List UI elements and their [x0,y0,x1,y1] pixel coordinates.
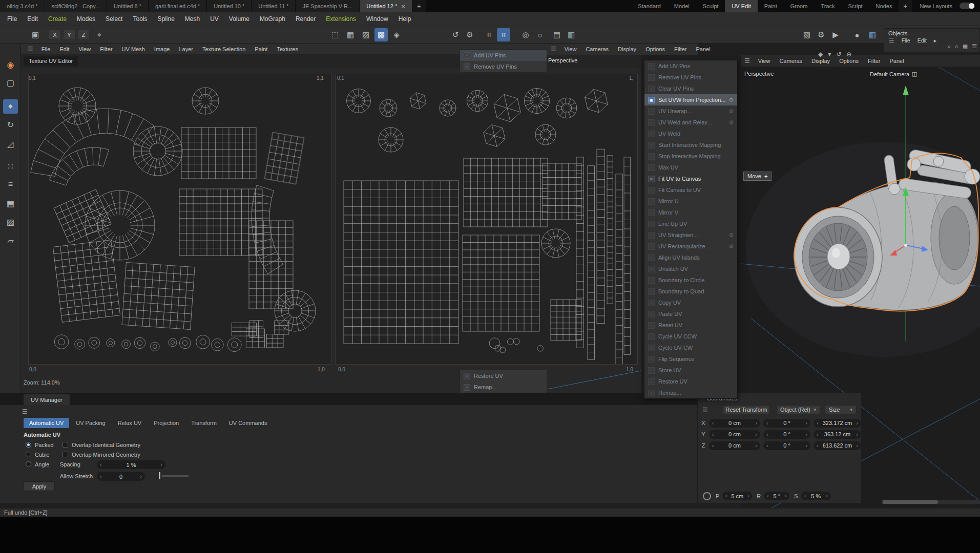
position-z-field[interactable]: ‹0 cm› [709,441,760,450]
document-tab[interactable]: oilrig 3.c4d * [0,0,45,12]
uv-editor-menu-filter[interactable]: Filter [95,46,117,52]
document-tab[interactable]: JE Spaceship V-R... [296,0,359,12]
pan-icon[interactable]: ◆ [818,51,823,58]
uv-manager-tab-projection[interactable]: Projection [148,418,184,428]
menu-select[interactable]: Select [100,12,128,26]
snap-ring-icon[interactable]: ◎ [519,28,532,41]
size-mode-dropdown[interactable]: Size ▾ [825,405,857,414]
increment-chevron[interactable]: › [160,462,162,467]
viewport-layout-icon[interactable]: ▣ [29,28,42,41]
increment-chevron[interactable]: › [826,493,828,499]
document-tab[interactable]: scifiOilrig2 - Copy... [45,0,107,12]
uv-editor-menu-paint[interactable]: Paint [250,46,272,52]
uv-polygons-mode-icon[interactable]: ▦ [3,196,18,210]
center-viewport-panel-menu-icon[interactable]: ☰ [547,46,560,53]
size-y-field[interactable]: ‹363.12 cm› [814,430,861,439]
viewport-menu-options[interactable]: Options [835,58,863,64]
layout-tab-groom[interactable]: Groom [784,0,815,12]
layout-tab-nodes[interactable]: Nodes [869,0,899,12]
document-tab[interactable]: garii final ed.c4d * [149,0,206,12]
uv-editor-menu-image[interactable]: Image [150,46,175,52]
center-viewport-menu-view[interactable]: View [560,46,581,52]
objects-menu-edit[interactable]: Edit [914,37,930,44]
gear-icon[interactable]: ⚙ [728,232,734,239]
uv-canvas-left[interactable] [28,74,331,365]
rotation-x-field[interactable]: ‹0 °› [763,419,810,428]
document-tab[interactable]: Untitled 8 * [107,0,148,12]
workplane-icon[interactable]: ▤ [550,28,564,41]
viewport-menu-panel[interactable]: Panel [885,58,909,64]
uv-canvas-right[interactable] [335,74,638,365]
uv-manager-panel-tab[interactable]: UV Manager [24,394,70,405]
coordinate-system-icon[interactable]: ⌖ [93,28,106,41]
live-selection-icon[interactable]: ◉ [3,57,18,72]
rectangle-selection-icon[interactable]: ▢ [3,75,18,90]
uv-editor-menu-textures[interactable]: Textures [272,46,303,52]
allow-stretch-slider-handle[interactable] [159,472,160,479]
plane-lock-icon[interactable]: ▥ [565,28,578,41]
material-sphere-icon[interactable]: ● [850,28,864,41]
render-settings-icon[interactable]: ⚙ [815,28,828,41]
viewport-menu-display[interactable]: Display [807,58,835,64]
viewport-camera-label[interactable]: Default Camera ◫ [870,71,917,77]
new-layout-tab-button[interactable]: + [899,0,912,12]
uv-editor-menu-texture-selection[interactable]: Texture Selection [198,46,250,52]
radio-option-cubic[interactable]: Cubic [26,450,54,459]
texture-view-icon[interactable]: ▨ [3,215,18,229]
reset-transform-button[interactable]: Reset Transform [723,405,770,414]
reload-icon[interactable]: ↺ [449,28,462,41]
size-x-field[interactable]: ‹323.172 cm› [814,419,861,428]
menu-render[interactable]: Render [290,12,321,26]
lock-icon[interactable]: ⊖ [846,51,851,58]
layout-tab-track[interactable]: Track [814,0,841,12]
axis-x-button[interactable]: X [49,30,61,40]
close-tab-icon[interactable]: × [401,3,405,10]
quantize-icon[interactable]: ⌗ [497,28,510,41]
uv-points-mode-icon[interactable]: ∷ [3,159,18,174]
document-tab[interactable]: Untitled 12 *× [360,0,412,12]
position-y-field[interactable]: ‹0 cm› [709,430,760,439]
layout-tab-standard[interactable]: Standard [631,0,668,12]
panels-icon[interactable]: ▦ [963,43,968,50]
scrollbar-thumb[interactable] [883,500,938,504]
size-z-field[interactable]: ‹613.622 cm› [814,441,861,450]
ui-toggle-switch[interactable] [960,3,975,9]
viewport-panel-menu-icon[interactable]: ☰ [741,57,754,65]
make-editable-icon[interactable]: ⬚ [328,28,342,41]
checkbox[interactable] [62,452,68,457]
menu-modes[interactable]: Modes [72,12,100,26]
menu-file[interactable]: File [2,12,22,26]
history-icon[interactable]: ↺ [836,51,841,58]
checkbox-option-overlap-mirrored-geometry[interactable]: Overlap Mirrored Geometry [62,450,140,459]
increment-chevron[interactable]: › [747,493,749,499]
radio-button[interactable] [26,452,31,457]
texture-mode-icon[interactable]: ▨ [359,28,372,41]
context-menu-item-set-uvw-from-projection[interactable]: ▣Set UVW from Projection...⚙ [644,94,737,105]
increment-chevron[interactable]: › [805,443,807,449]
viewport-name-label[interactable]: Perspective [744,71,774,77]
search-icon[interactable]: ⌕ [948,43,951,50]
objects-panel-menu-icon[interactable]: ☰ [885,37,898,44]
radio-option-angle[interactable]: Angle [26,459,54,469]
center-viewport-menu-options[interactable]: Options [641,46,670,52]
uv-editor-menu-view[interactable]: View [74,46,95,52]
menu-icon[interactable]: ☰ [972,43,977,50]
menu-create[interactable]: Create [43,12,72,26]
viewport-menu-cameras[interactable]: Cameras [775,58,807,64]
uv-editor-panel-menu-icon[interactable]: ☰ [24,46,37,53]
viewport-menu-filter[interactable]: Filter [863,58,885,64]
new-document-tab-button[interactable]: + [412,0,426,12]
snap-circle-icon[interactable]: ○ [533,28,547,41]
checkbox[interactable] [62,442,68,448]
gear-icon[interactable]: ⚙ [728,243,734,250]
checkbox-option-overlap-identical-geometry[interactable]: Overlap Identical Geometry [62,440,140,450]
uv-manager-tab-transform[interactable]: Transform [185,418,222,428]
layout-tab-model[interactable]: Model [668,0,696,12]
menu-uv[interactable]: UV [205,12,224,26]
menu-edit[interactable]: Edit [22,12,43,26]
coordinate-mode-dropdown[interactable]: Object (Rel) ▾ [776,405,820,414]
radio-option-packed[interactable]: Packed [26,440,54,450]
increment-chevron[interactable]: › [140,474,142,479]
objects-menu-file[interactable]: File [898,37,914,44]
rotate-tool-icon[interactable]: ↻ [3,117,18,132]
